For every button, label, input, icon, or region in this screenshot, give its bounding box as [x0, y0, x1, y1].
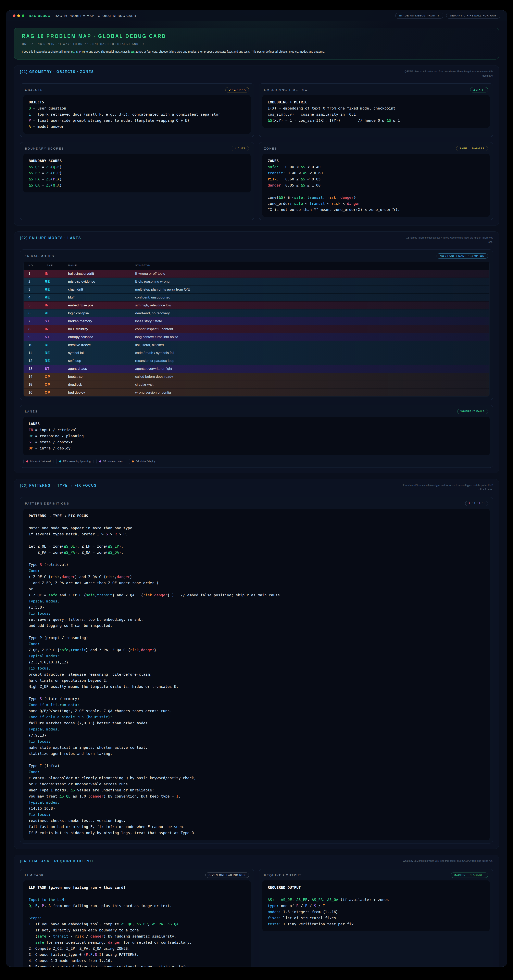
section-04-title: [04] LLM TASK · REQUIRED OUTPUT: [20, 859, 94, 863]
cell-name: no E visibility: [68, 327, 135, 331]
cell-name: entropy collapse: [68, 335, 135, 339]
cell-lane: ST: [45, 335, 68, 339]
cell-lane: RE: [45, 343, 68, 347]
cell-sym: E ok, reasoning wrong: [135, 280, 489, 284]
panel-zones-title: ZONES: [264, 147, 277, 150]
section-patterns: [03] PATTERNS → TYPE → FIX FOCUS From fo…: [14, 479, 499, 849]
embedding-badge: ΔS(X,Y): [470, 87, 488, 92]
lane-legend-chip-OP: OP · infra / deploy: [129, 458, 158, 464]
cell-name: deadlock: [68, 383, 135, 387]
debug-card-window: RAG-DEBUG· RAG 16 PROBLEM MAP · GLOBAL D…: [6, 10, 507, 967]
column-header-lane: LANE: [45, 264, 68, 267]
cell-no: 6: [29, 311, 45, 315]
lane-legend-label: RE · reasoning / planning: [63, 460, 91, 463]
cell-no: 16: [29, 391, 45, 395]
cell-sym: E wrong or off-topic: [135, 272, 489, 276]
cell-sym: circular wait: [135, 383, 489, 387]
table-body: 1INhallucination/driftE wrong or off-top…: [24, 270, 489, 396]
table-row: 15OPdeadlockcircular wait: [24, 380, 489, 388]
cell-name: hallucination/drift: [68, 272, 135, 276]
cell-lane: RE: [45, 351, 68, 355]
table-row: 9STentropy collapselong context turns in…: [24, 333, 489, 341]
table-row: 12REself-looprecursion or paradox loop: [24, 357, 489, 365]
app-brand: RAG-DEBUG: [29, 14, 50, 18]
cell-no: 10: [29, 343, 45, 347]
task-code-block: LLM TASK (given one failing run + this c…: [23, 880, 251, 967]
modes-columns-badge: NO / LANE / NAME / SYMPTOM: [437, 253, 488, 259]
table-row: 6RElogic collapsedead-end, no recovery: [24, 309, 489, 317]
section-01-title: [01] GEOMETRY · OBJECTS · ZONES: [20, 70, 94, 74]
cell-name: bootstrap: [68, 375, 135, 379]
lane-legend-label: OP · infra / deploy: [136, 460, 156, 463]
cell-no: 8: [29, 327, 45, 331]
cell-lane: IN: [45, 303, 68, 307]
cell-lane: RE: [45, 296, 68, 299]
table-row: 4REbluffconfident, unsupported: [24, 293, 489, 301]
table-row: 10REcreative freezeflat, literal, blocke…: [24, 341, 489, 349]
column-header-symptom: SYMPTOM: [135, 264, 489, 267]
panel-lanes-title: LANES: [25, 410, 38, 413]
lane-dot-icon: [59, 460, 61, 463]
cell-sym: dead-end, no recovery: [135, 311, 489, 315]
task-badge: GIVEN ONE FAILING RUN: [205, 872, 249, 878]
panel-llm-task: LLM TASK GIVEN ONE FAILING RUN LLM TASK …: [20, 869, 254, 967]
cell-no: 11: [29, 351, 45, 355]
cell-name: agent chaos: [68, 367, 135, 371]
cell-name: broken memory: [68, 319, 135, 323]
panel-required-output: REQUIRED OUTPUT MACHINE-READABLE REQUIRE…: [259, 869, 493, 967]
window-minimize-button[interactable]: [17, 14, 20, 17]
cell-lane: OP: [45, 375, 68, 379]
lane-dot-icon: [99, 460, 101, 463]
window-title-text: · RAG 16 PROBLEM MAP · GLOBAL DEBUG CARD: [52, 14, 136, 18]
cell-lane: IN: [45, 327, 68, 331]
section-02-title: [02] FAILURE MODES · LANES: [20, 236, 81, 240]
table-row: 5INembed false possim high, relevance lo…: [24, 301, 489, 309]
section-geometry: [01] GEOMETRY · OBJECTS · ZONES Q/E/P/A …: [14, 65, 499, 226]
lane-legend-label: IN · input / retrieval: [30, 460, 51, 463]
cell-lane: ST: [45, 319, 68, 323]
window-maximize-button[interactable]: [22, 14, 24, 17]
embedding-code-block: EMBEDDING + METRICI(X) = embedding of te…: [262, 95, 490, 127]
cell-sym: multi-step plan drifts away from Q/E: [135, 288, 489, 291]
pattern-types-badge: R / P / S / I: [465, 501, 488, 506]
cell-sym: agents overwrite or fight: [135, 367, 489, 371]
cell-no: 13: [29, 367, 45, 371]
table-row: 16OPbad deploywrong version or config: [24, 388, 489, 396]
cell-no: 5: [29, 303, 45, 307]
cell-sym: flat, literal, blocked: [135, 343, 489, 347]
section-llm-task: [04] LLM TASK · REQUIRED OUTPUT What any…: [14, 854, 499, 967]
panel-lanes: LANES WHERE IT FAILS LANESIN = input / r…: [20, 405, 493, 468]
section-01-note: Q/E/P/A objects, ΔS metric and four boun…: [401, 70, 493, 78]
objects-badge: Q / E / P / A: [225, 87, 249, 92]
cell-no: 4: [29, 296, 45, 299]
page-subtitle: ONE FAILING RUN IN · 16 WAYS TO BREAK · …: [22, 43, 454, 46]
cell-sym: wrong version or config: [135, 391, 489, 395]
window-title: RAG-DEBUG· RAG 16 PROBLEM MAP · GLOBAL D…: [29, 14, 136, 18]
lane-legend-chip-RE: RE · reasoning / planning: [56, 458, 93, 464]
image-as-debug-prompt-badge: IMAGE-AS-DEBUG PROMPT: [395, 13, 443, 19]
cell-name: creative freeze: [68, 343, 135, 347]
cell-lane: ST: [45, 367, 68, 371]
cell-sym: long context turns into noise: [135, 335, 489, 339]
table-row: 13STagent chaosagents overwrite or fight: [24, 365, 489, 373]
cell-lane: RE: [45, 359, 68, 363]
cell-sym: loses story / state: [135, 319, 489, 323]
panel-zones: ZONES SAFE → DANGER ZONESsafe: 0.00 ≤ ΔS…: [259, 142, 493, 220]
lane-legend-chip-IN: IN · input / retrieval: [23, 458, 53, 464]
section-03-title: [03] PATTERNS → TYPE → FIX FOCUS: [20, 483, 97, 488]
semantic-firewall-badge: SEMANTIC FIREWALL FOR RAG: [446, 13, 500, 19]
cell-lane: RE: [45, 288, 68, 291]
panel-task-title: LLM TASK: [25, 873, 44, 877]
panel-objects: OBJECTS Q / E / P / A OBJECTSQ = user qu…: [20, 83, 254, 137]
cell-sym: called before deps ready: [135, 375, 489, 379]
window-controls: [13, 14, 24, 17]
cell-no: 9: [29, 335, 45, 339]
output-code-block: REQUIRED OUTPUT ΔS: ΔS_QE, ΔS_EP, ΔS_PA,…: [262, 880, 490, 931]
cell-lane: RE: [45, 280, 68, 284]
cell-sym: confident, unsupported: [135, 296, 489, 299]
cell-lane: IN: [45, 272, 68, 276]
zones-code-block: ZONESsafe: 0.00 ≤ ΔS < 0.40transit: 0.40…: [262, 154, 490, 217]
panel-modes-title: 16 RAG MODES: [25, 255, 54, 258]
cell-sym: cannot inspect E content: [135, 327, 489, 331]
window-close-button[interactable]: [13, 14, 16, 17]
